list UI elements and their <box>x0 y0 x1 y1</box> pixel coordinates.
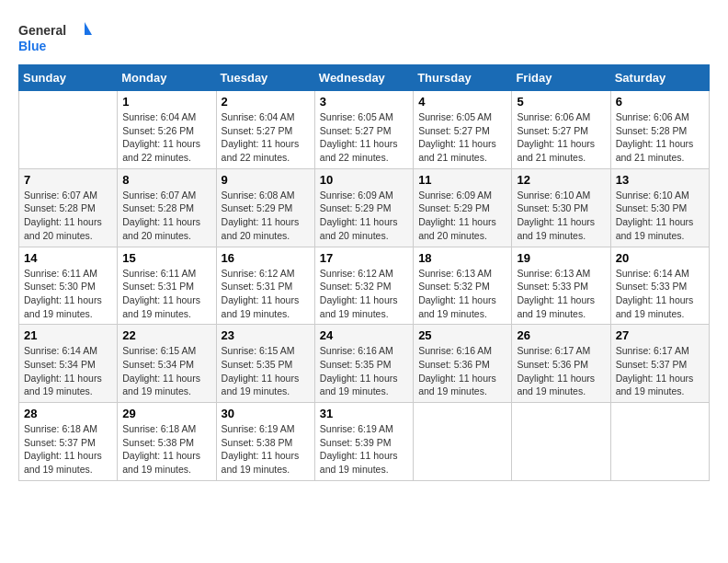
day-info: Sunrise: 6:13 AM Sunset: 5:33 PM Dayligh… <box>517 267 605 321</box>
day-info: Sunrise: 6:17 AM Sunset: 5:37 PM Dayligh… <box>616 344 704 398</box>
day-number: 5 <box>517 95 605 109</box>
calendar-cell <box>610 403 709 481</box>
calendar-cell: 1Sunrise: 6:04 AM Sunset: 5:26 PM Daylig… <box>118 91 216 169</box>
calendar-cell: 12Sunrise: 6:10 AM Sunset: 5:30 PM Dayli… <box>512 168 610 247</box>
day-info: Sunrise: 6:16 AM Sunset: 5:36 PM Dayligh… <box>418 344 506 398</box>
day-info: Sunrise: 6:05 AM Sunset: 5:27 PM Dayligh… <box>320 110 408 165</box>
day-info: Sunrise: 6:15 AM Sunset: 5:34 PM Dayligh… <box>122 344 210 398</box>
day-info: Sunrise: 6:06 AM Sunset: 5:27 PM Dayligh… <box>517 110 605 165</box>
day-number: 1 <box>122 95 210 109</box>
calendar-cell <box>512 403 610 481</box>
day-number: 19 <box>517 251 605 265</box>
week-row-3: 14Sunrise: 6:11 AM Sunset: 5:30 PM Dayli… <box>19 247 710 325</box>
day-number: 12 <box>517 173 605 187</box>
svg-text:Blue: Blue <box>18 39 47 53</box>
day-number: 9 <box>222 173 310 187</box>
day-number: 11 <box>418 173 506 187</box>
day-info: Sunrise: 6:18 AM Sunset: 5:37 PM Dayligh… <box>24 422 112 477</box>
day-info: Sunrise: 6:18 AM Sunset: 5:38 PM Dayligh… <box>122 422 210 477</box>
day-number: 8 <box>122 173 210 187</box>
day-number: 31 <box>320 407 408 420</box>
day-number: 28 <box>24 407 112 420</box>
weekday-header-thursday: Thursday <box>414 65 512 91</box>
calendar-cell: 2Sunrise: 6:04 AM Sunset: 5:27 PM Daylig… <box>216 91 314 169</box>
day-info: Sunrise: 6:04 AM Sunset: 5:26 PM Dayligh… <box>122 110 210 165</box>
week-row-1: 1Sunrise: 6:04 AM Sunset: 5:26 PM Daylig… <box>19 91 710 169</box>
day-info: Sunrise: 6:12 AM Sunset: 5:31 PM Dayligh… <box>222 267 310 321</box>
calendar-cell: 17Sunrise: 6:12 AM Sunset: 5:32 PM Dayli… <box>314 247 413 325</box>
day-info: Sunrise: 6:13 AM Sunset: 5:32 PM Dayligh… <box>418 267 506 321</box>
calendar-cell: 20Sunrise: 6:14 AM Sunset: 5:33 PM Dayli… <box>610 247 709 325</box>
day-number: 4 <box>418 95 506 109</box>
day-info: Sunrise: 6:10 AM Sunset: 5:30 PM Dayligh… <box>616 189 704 243</box>
calendar-cell: 16Sunrise: 6:12 AM Sunset: 5:31 PM Dayli… <box>216 247 314 325</box>
calendar-cell: 11Sunrise: 6:09 AM Sunset: 5:29 PM Dayli… <box>414 168 512 247</box>
calendar-cell: 14Sunrise: 6:11 AM Sunset: 5:30 PM Dayli… <box>19 247 118 325</box>
svg-text:General: General <box>18 23 66 38</box>
calendar-cell: 22Sunrise: 6:15 AM Sunset: 5:34 PM Dayli… <box>118 325 216 403</box>
calendar-cell: 6Sunrise: 6:06 AM Sunset: 5:28 PM Daylig… <box>610 91 709 169</box>
calendar-cell: 30Sunrise: 6:19 AM Sunset: 5:38 PM Dayli… <box>216 403 314 481</box>
day-info: Sunrise: 6:08 AM Sunset: 5:29 PM Dayligh… <box>222 189 310 243</box>
calendar-cell: 24Sunrise: 6:16 AM Sunset: 5:35 PM Dayli… <box>314 325 413 403</box>
calendar-cell: 23Sunrise: 6:15 AM Sunset: 5:35 PM Dayli… <box>216 325 314 403</box>
day-number: 23 <box>222 328 310 342</box>
calendar-cell: 19Sunrise: 6:13 AM Sunset: 5:33 PM Dayli… <box>512 247 610 325</box>
calendar-cell: 8Sunrise: 6:07 AM Sunset: 5:28 PM Daylig… <box>118 168 216 247</box>
day-info: Sunrise: 6:10 AM Sunset: 5:30 PM Dayligh… <box>517 189 605 243</box>
weekday-header-sunday: Sunday <box>19 65 118 91</box>
weekday-header-friday: Friday <box>512 65 610 91</box>
calendar-table: SundayMondayTuesdayWednesdayThursdayFrid… <box>18 64 710 481</box>
day-info: Sunrise: 6:04 AM Sunset: 5:27 PM Dayligh… <box>222 110 310 165</box>
svg-marker-2 <box>85 22 92 35</box>
day-number: 6 <box>616 95 704 109</box>
day-info: Sunrise: 6:19 AM Sunset: 5:38 PM Dayligh… <box>222 422 310 477</box>
day-number: 30 <box>222 407 310 420</box>
day-number: 22 <box>122 328 210 342</box>
day-info: Sunrise: 6:17 AM Sunset: 5:36 PM Dayligh… <box>517 344 605 398</box>
day-number: 2 <box>222 95 310 109</box>
calendar-cell: 25Sunrise: 6:16 AM Sunset: 5:36 PM Dayli… <box>414 325 512 403</box>
weekday-header-tuesday: Tuesday <box>216 65 314 91</box>
week-row-2: 7Sunrise: 6:07 AM Sunset: 5:28 PM Daylig… <box>19 168 710 247</box>
day-info: Sunrise: 6:19 AM Sunset: 5:39 PM Dayligh… <box>320 422 408 477</box>
day-number: 21 <box>24 328 112 342</box>
calendar-cell: 29Sunrise: 6:18 AM Sunset: 5:38 PM Dayli… <box>118 403 216 481</box>
day-number: 14 <box>24 251 112 265</box>
page-header: General Blue <box>18 18 710 55</box>
calendar-cell: 28Sunrise: 6:18 AM Sunset: 5:37 PM Dayli… <box>19 403 118 481</box>
day-info: Sunrise: 6:09 AM Sunset: 5:29 PM Dayligh… <box>320 189 408 243</box>
calendar-cell: 31Sunrise: 6:19 AM Sunset: 5:39 PM Dayli… <box>314 403 413 481</box>
calendar-cell <box>19 91 118 169</box>
day-info: Sunrise: 6:14 AM Sunset: 5:34 PM Dayligh… <box>24 344 112 398</box>
calendar-cell <box>414 403 512 481</box>
calendar-cell: 3Sunrise: 6:05 AM Sunset: 5:27 PM Daylig… <box>314 91 413 169</box>
day-info: Sunrise: 6:06 AM Sunset: 5:28 PM Dayligh… <box>616 110 704 165</box>
calendar-cell: 4Sunrise: 6:05 AM Sunset: 5:27 PM Daylig… <box>414 91 512 169</box>
logo: General Blue <box>18 18 92 55</box>
weekday-header-saturday: Saturday <box>610 65 709 91</box>
day-number: 29 <box>122 407 210 420</box>
day-info: Sunrise: 6:11 AM Sunset: 5:30 PM Dayligh… <box>24 267 112 321</box>
day-number: 20 <box>616 251 704 265</box>
day-info: Sunrise: 6:07 AM Sunset: 5:28 PM Dayligh… <box>122 189 210 243</box>
day-info: Sunrise: 6:07 AM Sunset: 5:28 PM Dayligh… <box>24 189 112 243</box>
day-number: 16 <box>222 251 310 265</box>
day-info: Sunrise: 6:15 AM Sunset: 5:35 PM Dayligh… <box>222 344 310 398</box>
calendar-cell: 9Sunrise: 6:08 AM Sunset: 5:29 PM Daylig… <box>216 168 314 247</box>
calendar-cell: 18Sunrise: 6:13 AM Sunset: 5:32 PM Dayli… <box>414 247 512 325</box>
day-number: 17 <box>320 251 408 265</box>
day-number: 15 <box>122 251 210 265</box>
weekday-header-monday: Monday <box>118 65 216 91</box>
calendar-cell: 10Sunrise: 6:09 AM Sunset: 5:29 PM Dayli… <box>314 168 413 247</box>
week-row-4: 21Sunrise: 6:14 AM Sunset: 5:34 PM Dayli… <box>19 325 710 403</box>
calendar-cell: 15Sunrise: 6:11 AM Sunset: 5:31 PM Dayli… <box>118 247 216 325</box>
day-info: Sunrise: 6:12 AM Sunset: 5:32 PM Dayligh… <box>320 267 408 321</box>
weekday-header-wednesday: Wednesday <box>314 65 413 91</box>
day-number: 24 <box>320 328 408 342</box>
day-number: 7 <box>24 173 112 187</box>
calendar-cell: 13Sunrise: 6:10 AM Sunset: 5:30 PM Dayli… <box>610 168 709 247</box>
day-info: Sunrise: 6:09 AM Sunset: 5:29 PM Dayligh… <box>418 189 506 243</box>
day-number: 18 <box>418 251 506 265</box>
calendar-cell: 27Sunrise: 6:17 AM Sunset: 5:37 PM Dayli… <box>610 325 709 403</box>
